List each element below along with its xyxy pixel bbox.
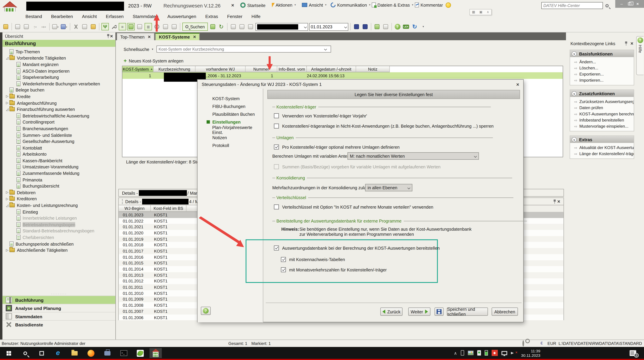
context-link[interactable]: Daten prüfen: [570, 105, 634, 111]
nav-back-icon[interactable]: ↑▾: [31, 23, 39, 30]
firefox-icon[interactable]: [86, 348, 96, 358]
datev-help-search-input[interactable]: [541, 2, 603, 9]
menu-item[interactable]: Hilfe: [252, 14, 260, 19]
checkbox-checked[interactable]: [274, 246, 279, 250]
menu-item[interactable]: Extras: [205, 14, 218, 19]
tab-close-icon[interactable]: [148, 34, 151, 40]
column-header[interactable]: KOST-System: [122, 66, 154, 72]
checkbox-row-monatsverkehrszahlen[interactable]: mit Monatsverkehrszahlen für Kostenstell…: [281, 267, 387, 272]
tree-item[interactable]: Kassen-/Bankbericht: [5, 157, 116, 164]
dialog-nav-item[interactable]: Plausibilitäten Buchen: [198, 110, 263, 118]
rechnungswesen-taskbar-icon[interactable]: [150, 348, 162, 358]
taskbar-clock[interactable]: 11:3930.11.2023: [521, 348, 540, 358]
dialog-nav-item[interactable]: Plan-/Vorjahreswerte Einst.: [198, 126, 263, 134]
refresh-icon[interactable]: ↻: [218, 23, 225, 30]
tree-item[interactable]: ASCII-Daten importieren: [5, 68, 116, 74]
tree-item[interactable]: Mandant ergänzen: [5, 61, 116, 68]
tree-item[interactable]: Betriebsabrechnungsbogen: [5, 221, 116, 228]
tree-view-icon[interactable]: Ψ: [101, 23, 109, 30]
history-clock-icon[interactable]: [153, 23, 160, 30]
tree-expander[interactable]: ◿: [5, 56, 10, 60]
zurueck-button[interactable]: Zurück: [380, 308, 402, 316]
tab-close-icon[interactable]: [193, 34, 196, 40]
checkbox-row-auswertungsdatenbank[interactable]: Auswertungsdatenbank bei der Berechnung …: [274, 246, 440, 250]
status-app-icon[interactable]: [477, 350, 481, 356]
toolbar-overflow-icon[interactable]: ▾: [420, 23, 427, 30]
tree-item[interactable]: Controllingreport: [5, 119, 116, 125]
paste-icon[interactable]: [90, 23, 97, 30]
tree-expander[interactable]: ▷: [5, 94, 10, 98]
menu-item[interactable]: Bearbeiten: [51, 14, 73, 19]
column-header[interactable]: Nummer: [246, 66, 277, 72]
suchen-button[interactable]: Suchen: [182, 22, 208, 31]
tree-item[interactable]: Branchenauswertungen: [5, 125, 116, 132]
usb-icon[interactable]: [461, 350, 464, 356]
sync-icon[interactable]: ↻: [411, 23, 418, 30]
checkbox-checked[interactable]: [274, 144, 279, 149]
module-nav-button[interactable]: Analyse und Planung: [2, 304, 116, 312]
dialog-nav-item[interactable]: Protokoll: [198, 141, 263, 149]
pin-icon[interactable]: [106, 34, 110, 38]
tree-item[interactable]: Summen- und Saldenliste: [5, 132, 116, 138]
restore-icon[interactable]: [628, 2, 631, 6]
tree-item[interactable]: ▷ Kredite: [5, 93, 116, 100]
tree-item[interactable]: Top-Themen: [5, 48, 116, 55]
taskbar-search-icon[interactable]: [20, 348, 30, 358]
tree-item[interactable]: Primanota: [5, 176, 116, 183]
context-link[interactable]: KOST-Auswertungen berechnen fü: [570, 111, 634, 117]
tree-item[interactable]: ◿ Finanzbuchführung auswerten: [5, 106, 116, 112]
help-search-icon[interactable]: [606, 3, 609, 8]
tree-item[interactable]: Kontoblatt: [5, 144, 116, 151]
tab-top-themen[interactable]: Top-Themen: [117, 33, 154, 40]
tree-item[interactable]: Gesellschafter-Auswertung: [5, 138, 116, 144]
topbar-ansicht-button[interactable]: Ansicht: [302, 2, 326, 8]
detail-list-icon[interactable]: ≣: [144, 23, 152, 30]
quicksearch-label[interactable]: Schnellsuche: [124, 47, 154, 52]
dialog-help-button[interactable]: [201, 307, 211, 315]
new-kost-system-link[interactable]: Neues Kost-System anlegen: [124, 58, 183, 63]
note-icon[interactable]: [162, 23, 169, 30]
group-header[interactable]: ∨Extras: [570, 136, 634, 143]
tree-item[interactable]: Betriebswirtschaftliche Auswertung: [5, 112, 116, 119]
column-header[interactable]: Kurzbezeichnung: [154, 66, 196, 72]
column-header[interactable]: Anlagedatum /-uhrzeit: [307, 66, 356, 72]
topbar-kommentar-button[interactable]: Kommentar: [415, 2, 443, 8]
mini-dock-panel[interactable]: ▦▣∧: [470, 9, 492, 15]
checkbox-row-summen-disabled[interactable]: Summen (Basis/Bezüge) vorgeben für varia…: [274, 164, 440, 169]
tree-item[interactable]: Standard-Betriebsabrechnungsbogen: [5, 228, 116, 234]
topbar-aktionen-button[interactable]: Aktionen: [271, 2, 296, 8]
details-column-header[interactable]: Kost-Feld im BS: [151, 205, 186, 212]
minimize-icon[interactable]: –: [620, 2, 622, 6]
group-header[interactable]: ∨Basisfunktionen: [570, 50, 634, 57]
topbar-kommunikation-button[interactable]: Kommunikation: [330, 2, 370, 8]
print-icon[interactable]: [22, 23, 30, 30]
overview-close-icon[interactable]: [110, 33, 113, 39]
tree-expander[interactable]: ◿: [5, 108, 10, 111]
start-button[interactable]: [3, 348, 14, 358]
datev-green-app-icon[interactable]: [135, 348, 145, 358]
tree-item[interactable]: ◿ Vorbereitende Tätigkeiten: [5, 55, 116, 61]
tree-item[interactable]: ▷ Anlagenbuchführung: [5, 100, 116, 106]
abbrechen-button[interactable]: Abbrechen: [492, 308, 518, 316]
help-icon[interactable]: [394, 23, 401, 30]
doc-copy-icon[interactable]: [238, 23, 246, 30]
collapse-chevron-icon[interactable]: ∨: [572, 91, 576, 96]
calculator-euro-icon[interactable]: [361, 23, 369, 30]
tray-expand-icon[interactable]: ∧: [454, 350, 457, 356]
checkbox-row-sperren[interactable]: Kostenstellen/-trägeranlage in Nicht-Kos…: [274, 124, 494, 128]
list-add-icon[interactable]: ≡: [119, 23, 126, 30]
context-link[interactable]: Exportieren...: [570, 71, 634, 77]
datev-arbeitsplatz-icon[interactable]: [102, 348, 112, 358]
context-link[interactable]: Löschen...: [570, 65, 634, 71]
checkbox-row-umlagen[interactable]: Pro Kostenstelle/-träger optional mehrer…: [274, 144, 400, 149]
context-link[interactable]: Mustervorlage einspielen...: [570, 123, 634, 129]
print-doc-icon[interactable]: [14, 23, 22, 30]
checkbox-unchecked[interactable]: [274, 204, 279, 210]
details-pin-icon[interactable]: [553, 199, 556, 203]
doc-edit-icon[interactable]: [170, 23, 178, 30]
dialog-close-icon[interactable]: [516, 81, 519, 87]
tree-item[interactable]: Zusammenfassende Meldung: [5, 170, 116, 176]
context-link[interactable]: Infobestand bereitstellen: [570, 117, 634, 123]
open-icon[interactable]: [2, 23, 10, 30]
topbar-dateien-extras-button[interactable]: Dateien & Extras: [372, 2, 413, 8]
